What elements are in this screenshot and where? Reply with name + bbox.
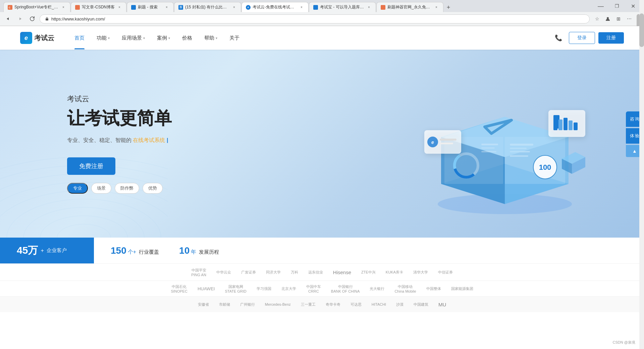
nav-about[interactable]: 关于 [229,27,239,49]
lock-icon [45,16,49,21]
tab1-close[interactable]: × [61,5,66,10]
stat-industries: 150 个+ 行业覆盖 [111,245,159,256]
hero-subtitle: 考试云 [67,94,345,104]
svg-point-5 [40,216,127,238]
navbar: e 考试云 首页 功能 ▾ 应用场景 ▾ 案例 ▾ 价格 [0,26,644,50]
svg-rect-2 [46,18,48,20]
svg-rect-44 [564,118,568,130]
stat-industries-number: 150 [111,245,126,256]
register-button[interactable]: 注册 [598,32,624,44]
partner-citic: 中信证券 [438,267,453,277]
hero-highlight-text: 在线考试系统 [133,137,165,143]
nav-features[interactable]: 功能 ▾ [97,27,110,49]
logo-text: 考试云 [34,34,54,43]
svg-rect-39 [440,143,453,144]
up-arrow-icon: ▲ [632,148,638,154]
partners-row-2: 中国石化SINOPEC HUAWEI 国家电网STATE GRID 学习强国 北… [20,284,624,294]
tab7-title: 刷题神器官网_永久免费的在线... [387,4,432,10]
phone-icon: 📞 [555,34,562,42]
svg-point-4 [57,224,111,238]
help-arrow-icon: ▾ [216,36,217,40]
partner-gz-bank: 广州银行 [240,299,255,309]
minimize-button[interactable]: — [593,1,608,11]
tab-kaoshiyun[interactable]: e 考试云-免费在线考试系统云... × [241,2,309,12]
tab2-title: 写文章-CSDN博客 [82,4,115,10]
partner-youchu: 市邮储 [219,299,230,309]
hero-section: 考试云 让考试更简单 专业、安全、稳定、智能的 在线考试系统 | 免费注册 专业… [0,50,644,238]
restore-button[interactable]: ❐ [609,1,625,11]
free-register-button[interactable]: 免费注册 [67,157,115,175]
new-tab-button[interactable]: + [444,3,453,12]
hero-desc: 专业、安全、稳定、智能的 在线考试系统 | [67,137,345,144]
login-button[interactable]: 登录 [569,32,595,44]
nav-links: 首页 功能 ▾ 应用场景 ▾ 案例 ▾ 价格 帮助 ▾ 关于 [74,27,555,49]
tab-bar: C SpringBoot+Vue专栏_泉境的专... × 写文章-CSDN博客 … [0,0,644,12]
tab-kaoshitbao[interactable]: 考试宝 - 可以导入题库的在线... × [309,2,376,12]
url-text: https://www.kaoshiyun.com/ [51,16,585,21]
svg-rect-42 [553,122,557,130]
svg-rect-43 [558,119,562,130]
stats-right: 150 个+ 行业覆盖 10 年 发展历程 [94,238,644,263]
hero-title: 让考试更简单 [67,107,345,130]
tab2-close[interactable]: × [117,5,122,10]
tag-advantage[interactable]: 优势 [143,183,163,194]
stat-enterprises-sup: + [41,248,44,254]
nav-home[interactable]: 首页 [74,27,85,49]
scrollbar[interactable] [639,0,644,312]
partner-china-mobile: 中国移动China Mobile [394,284,416,294]
nav-cases[interactable]: 案例 ▾ [157,27,170,49]
tag-anti-cheat[interactable]: 防作弊 [115,183,139,194]
partner-wanke: 万科 [291,267,298,277]
tab7-close[interactable]: × [434,5,439,10]
partner-hisense: Hisense [333,267,351,277]
tab3-close[interactable]: × [164,5,169,10]
partner-china-post: 中国整体 [426,284,441,294]
forward-button[interactable] [15,14,25,23]
partner-guangfa: 广发证券 [241,267,256,277]
nav-actions: 📞 登录 注册 [555,32,624,44]
partner-kuka: KUKA库卡 [386,267,403,277]
tab-springboot[interactable]: C SpringBoot+Vue专栏_泉境的专... × [3,2,70,12]
url-bar[interactable]: https://www.kaoshiyun.com/ [40,14,590,23]
partners-row-1: 中国平安PING AN 中华云众 广发证券 同济大学 万科 远东信业 Hisen… [20,267,624,277]
more-icon[interactable]: ⋯ [625,14,634,23]
refresh-button[interactable] [28,14,37,23]
partner-sany: 三一重工 [301,299,316,309]
hero-illustration: 100 [366,63,644,224]
nav-scenarios[interactable]: 应用场景 ▾ [122,27,145,49]
stat-industries-label: 行业覆盖 [139,249,159,255]
svg-rect-45 [569,120,573,130]
stat-history-sup: 年 [191,249,196,256]
close-button[interactable]: ✕ [625,1,641,11]
partner-xuexiqiangguo: 学习强国 [257,284,271,294]
tab5-title: 考试云-免费在线考试系统云... [253,4,297,10]
logo[interactable]: e 考试云 [20,32,54,44]
tag-scene[interactable]: 场景 [91,183,111,194]
address-bar: https://www.kaoshiyun.com/ ☆ ⊞ ⋯ [0,12,644,26]
profile-icon[interactable] [603,14,612,23]
tab5-close[interactable]: × [299,5,304,10]
nav-help[interactable]: 帮助 ▾ [204,27,217,49]
stat-history-label: 发展历程 [199,249,219,255]
nav-pricing[interactable]: 价格 [182,27,192,49]
partner-section-2: 中国石化SINOPEC HUAWEI 国家电网STATE GRID 学习强国 北… [0,281,644,296]
tab-write-article[interactable]: 写文章-CSDN博客 × [71,2,126,12]
tab4-close[interactable]: × [231,5,237,10]
tab1-title: SpringBoot+Vue专栏_泉境的专... [14,4,59,10]
browser-chrome: C SpringBoot+Vue专栏_泉境的专... × 写文章-CSDN博客 … [0,0,644,26]
back-button[interactable] [3,14,13,23]
tab-quiz-search[interactable]: 刷题 - 搜索 × [127,2,174,12]
tag-professional[interactable]: 专业 [67,183,88,194]
cases-arrow-icon: ▾ [168,36,170,40]
bookmark-star-icon[interactable]: ☆ [592,14,602,23]
extensions-icon[interactable]: ⊞ [614,14,623,23]
stat-industries-sup: 个+ [128,249,136,256]
partners-row-3: 安徽省 市邮储 广州银行 Mercedes-Benz 三一重工 奇华卡奇 可达思… [20,299,624,309]
tab-shuati[interactable]: 刷题神器官网_永久免费的在线... × [376,2,443,12]
partner-beida: 北京大学 [281,284,296,294]
tab-private-messages[interactable]: 百 (15 封私信) 有什么比较好的在... × [174,2,241,12]
tab6-close[interactable]: × [366,5,372,10]
scrollbar-thumb[interactable] [639,13,644,47]
partner-qihualogi: 奇华卡奇 [326,299,340,309]
partner-bank-of-china: 中国银行BANK OF CHINA [331,284,360,294]
